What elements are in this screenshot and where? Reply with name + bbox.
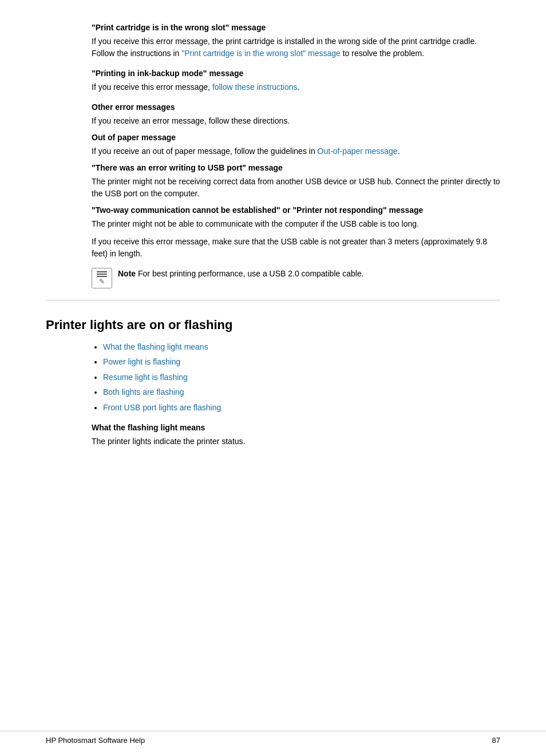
note-box: ✎ Note For best printing performance, us…: [92, 268, 500, 288]
note-text: Note For best printing performance, use …: [118, 268, 364, 280]
out-of-paper-text1: If you receive an out of paper message, …: [92, 147, 318, 156]
print-cartridge-text2: to resolve the problem.: [341, 49, 424, 58]
link-flashing-light[interactable]: What the flashing light means: [103, 342, 208, 351]
list-item-5: Front USB port lights are flashing: [103, 401, 500, 414]
footer-left: HP Photosmart Software Help: [46, 736, 145, 745]
other-error-heading: Other error messages: [92, 102, 500, 112]
print-cartridge-link[interactable]: "Print cartridge is in the wrong slot" m…: [181, 49, 341, 58]
footer-right: 87: [492, 736, 500, 745]
out-of-paper-heading: Out of paper message: [92, 133, 500, 142]
link-power-light[interactable]: Power light is flashing: [103, 357, 180, 366]
note-line-1: [97, 271, 107, 272]
flashing-light-body: The printer lights indicate the printer …: [92, 436, 500, 448]
ink-backup-link[interactable]: follow these instructions: [212, 82, 298, 92]
ink-backup-text1: If you receive this error message,: [92, 82, 212, 92]
link-resume-light[interactable]: Resume light is flashing: [103, 373, 188, 382]
note-line-3: [97, 276, 107, 277]
pencil-icon: ✎: [99, 278, 105, 286]
print-cartridge-body: If you receive this error message, the p…: [92, 35, 500, 60]
out-of-paper-link[interactable]: Out-of-paper message: [318, 147, 398, 156]
twoway-heading: "Two-way communication cannot be establi…: [92, 205, 500, 215]
out-of-paper-body: If you receive an out of paper message, …: [92, 145, 500, 157]
ink-backup-heading: "Printing in ink-backup mode" message: [92, 69, 500, 78]
note-line-2: [97, 274, 107, 275]
link-both-lights[interactable]: Both lights are flashing: [103, 387, 184, 397]
note-content-text: For best printing performance, use a USB…: [138, 269, 364, 278]
link-front-usb[interactable]: Front USB port lights are flashing: [103, 403, 221, 412]
list-item-1: What the flashing light means: [103, 341, 500, 353]
note-icon: ✎: [92, 268, 112, 288]
list-item-3: Resume light is flashing: [103, 371, 500, 383]
ink-backup-body: If you receive this error message, follo…: [92, 81, 500, 93]
list-item-4: Both lights are flashing: [103, 386, 500, 398]
out-of-paper-text2: .: [398, 147, 400, 156]
twoway-body2: If you receive this error message, make …: [92, 236, 500, 260]
footer: HP Photosmart Software Help 87: [0, 731, 546, 745]
note-label: Note: [118, 269, 136, 278]
section-divider: [46, 300, 500, 300]
bullet-list: What the flashing light means Power ligh…: [103, 341, 500, 414]
other-error-body: If you receive an error message, follow …: [92, 115, 500, 127]
usb-error-body: The printer might not be receiving corre…: [92, 176, 500, 200]
flashing-light-heading: What the flashing light means: [92, 423, 500, 432]
usb-error-heading: "There was an error writing to USB port"…: [92, 163, 500, 172]
list-item-2: Power light is flashing: [103, 355, 500, 368]
print-cartridge-heading: "Print cartridge is in the wrong slot" m…: [92, 23, 500, 32]
ink-backup-text2: .: [298, 82, 300, 92]
main-heading: Printer lights are on or flashing: [46, 318, 500, 333]
twoway-body1: The printer might not be able to communi…: [92, 218, 500, 230]
note-icon-inner: ✎: [97, 271, 107, 286]
